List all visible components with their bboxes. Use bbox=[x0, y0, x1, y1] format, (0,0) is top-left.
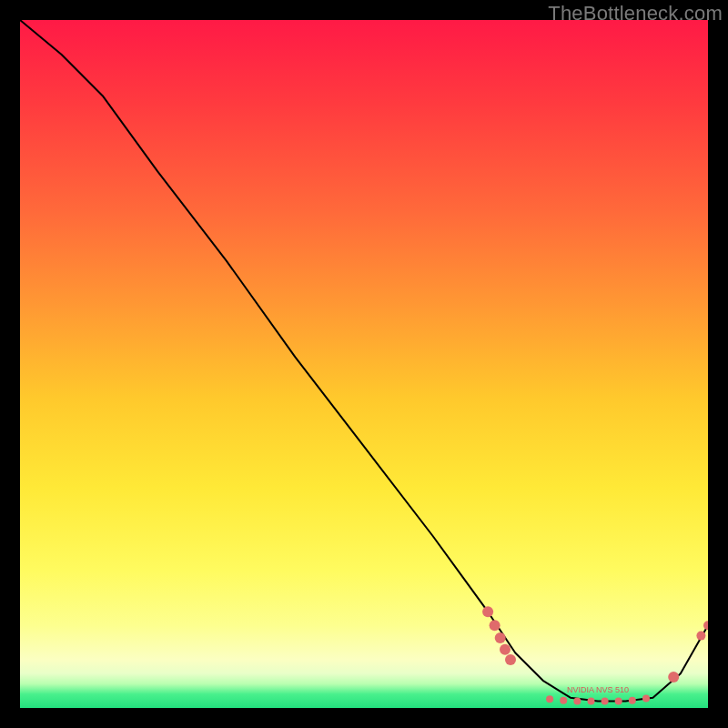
trough-1 bbox=[546, 695, 553, 703]
marker-annotation: NVIDIA NVS 510 bbox=[567, 685, 629, 694]
trough-5 bbox=[602, 697, 609, 704]
curve-layer bbox=[20, 20, 708, 701]
chart-frame: TheBottleneck.com NVIDIA NVS 510 bbox=[0, 0, 728, 728]
cluster-left-5 bbox=[505, 654, 516, 665]
rise-3 bbox=[703, 621, 708, 630]
bottleneck-curve bbox=[20, 20, 708, 701]
annotation-layer: NVIDIA NVS 510 bbox=[567, 685, 629, 694]
plot-overlay: NVIDIA NVS 510 bbox=[20, 20, 708, 708]
trough-2 bbox=[560, 697, 567, 704]
cluster-left-2 bbox=[490, 620, 500, 631]
cluster-left-3 bbox=[495, 632, 506, 643]
rise-1 bbox=[668, 672, 679, 682]
rise-2 bbox=[696, 632, 705, 641]
trough-7 bbox=[629, 697, 636, 704]
trough-8 bbox=[642, 694, 650, 702]
cluster-left-1 bbox=[482, 606, 493, 617]
trough-4 bbox=[588, 697, 595, 704]
trough-6 bbox=[615, 697, 622, 704]
cluster-left-4 bbox=[500, 644, 511, 655]
watermark-text: TheBottleneck.com bbox=[548, 2, 723, 25]
trough-3 bbox=[573, 697, 581, 704]
